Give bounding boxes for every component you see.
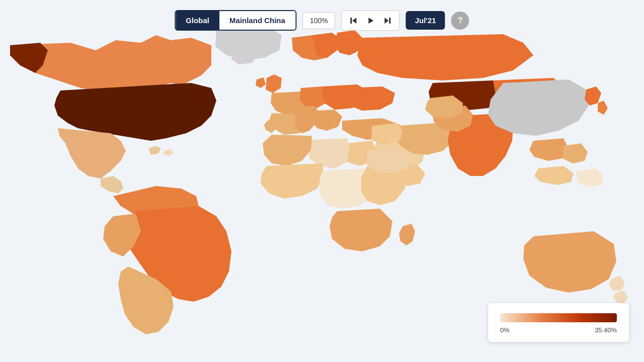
skip-forward-button[interactable]: [380, 13, 395, 28]
svg-marker-3: [369, 18, 374, 24]
date-badge[interactable]: Jul'21: [406, 11, 445, 30]
svg-rect-2: [351, 18, 352, 24]
legend-gradient: [500, 313, 617, 322]
skip-back-button[interactable]: [346, 13, 361, 28]
global-tab[interactable]: Global: [176, 11, 219, 30]
legend-min: 0%: [500, 326, 510, 334]
zoom-level: 100%: [302, 12, 336, 29]
legend: 0% 35.40%: [488, 303, 629, 342]
playback-controls: [342, 11, 400, 31]
svg-marker-1: [353, 18, 357, 24]
legend-labels: 0% 35.40%: [500, 326, 617, 334]
svg-rect-5: [389, 18, 391, 24]
view-toggle: Global Mainland China: [175, 10, 296, 31]
svg-marker-4: [385, 18, 389, 24]
help-button[interactable]: ?: [451, 12, 469, 30]
china-tab[interactable]: Mainland China: [219, 11, 295, 30]
legend-max: 35.40%: [595, 326, 617, 334]
toolbar: Global Mainland China 100% Jul'21 ?: [175, 10, 469, 31]
play-button[interactable]: [363, 13, 378, 28]
